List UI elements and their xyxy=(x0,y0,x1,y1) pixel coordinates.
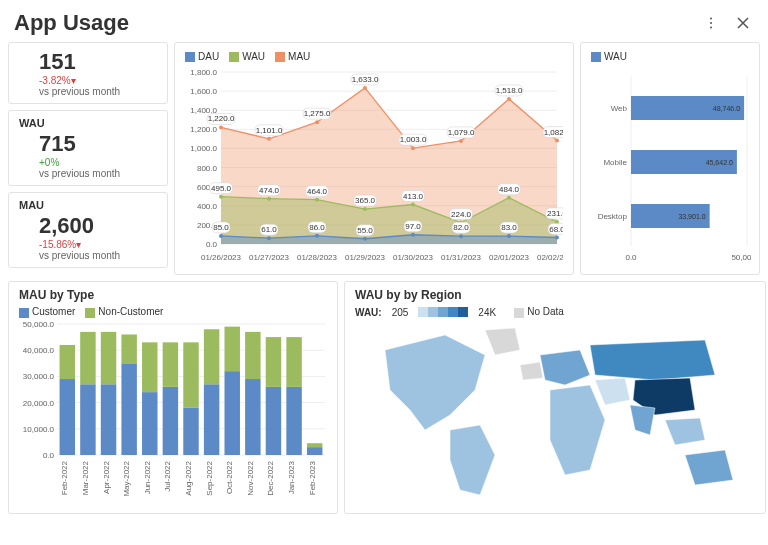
map-na xyxy=(385,335,485,430)
kpi-column: 151 -3.82%▾ vs previous month WAU 715 +0… xyxy=(8,42,168,275)
svg-text:1,518.0: 1,518.0 xyxy=(496,86,523,95)
svg-point-31 xyxy=(219,126,223,130)
svg-rect-165 xyxy=(307,443,322,447)
svg-text:Dec-2022: Dec-2022 xyxy=(266,460,275,495)
svg-text:86.0: 86.0 xyxy=(309,223,325,232)
svg-text:413.0: 413.0 xyxy=(403,192,424,201)
svg-point-0 xyxy=(710,18,712,20)
svg-text:1,000.0: 1,000.0 xyxy=(190,145,217,154)
svg-text:02/01/2023: 02/01/2023 xyxy=(489,253,530,262)
svg-text:55.0: 55.0 xyxy=(357,226,373,235)
svg-text:61.0: 61.0 xyxy=(261,226,277,235)
close-icon[interactable] xyxy=(732,12,754,34)
svg-point-100 xyxy=(555,236,559,240)
region-card: WAU by by Region WAU: 205 24K No Data xyxy=(344,281,766,513)
svg-text:01/29/2023: 01/29/2023 xyxy=(345,253,386,262)
svg-text:495.0: 495.0 xyxy=(211,184,232,193)
map-sea xyxy=(665,418,705,445)
mau-type-title: MAU by Type xyxy=(19,288,327,302)
map-in xyxy=(630,405,655,435)
svg-text:01/31/2023: 01/31/2023 xyxy=(441,253,482,262)
svg-point-40 xyxy=(363,86,367,90)
kpi-sub: vs previous month xyxy=(39,168,157,179)
svg-text:1,600.0: 1,600.0 xyxy=(190,87,217,96)
svg-rect-158 xyxy=(266,387,281,455)
svg-rect-146 xyxy=(183,408,198,455)
svg-rect-155 xyxy=(245,379,260,455)
kpi-change: -3.82%▾ xyxy=(39,75,157,86)
map-greenland xyxy=(485,328,520,355)
svg-rect-144 xyxy=(163,342,178,387)
svg-rect-161 xyxy=(286,387,301,455)
svg-rect-132 xyxy=(80,332,95,384)
svg-rect-147 xyxy=(183,342,198,408)
wau-platform-svg: 0.050,000.0Web48,746.0Mobile45,642.0Desk… xyxy=(591,66,751,266)
svg-rect-137 xyxy=(121,363,136,455)
svg-text:Mar-2022: Mar-2022 xyxy=(81,460,90,495)
svg-point-82 xyxy=(267,237,271,241)
svg-rect-131 xyxy=(80,384,95,455)
svg-text:0.0: 0.0 xyxy=(43,451,55,460)
svg-point-34 xyxy=(267,137,271,141)
svg-point-88 xyxy=(363,237,367,241)
kpi-value: 2,600 xyxy=(39,213,157,239)
map-au xyxy=(685,450,733,485)
svg-text:0.0: 0.0 xyxy=(625,253,637,262)
svg-text:33,901.0: 33,901.0 xyxy=(678,213,705,220)
svg-point-1 xyxy=(710,22,712,24)
region-legend: WAU: 205 24K No Data xyxy=(355,306,755,317)
svg-text:50,000.0: 50,000.0 xyxy=(23,320,55,329)
svg-text:85.0: 85.0 xyxy=(213,223,229,232)
svg-text:1,200.0: 1,200.0 xyxy=(190,126,217,135)
svg-text:Sep-2022: Sep-2022 xyxy=(205,460,214,495)
svg-rect-149 xyxy=(204,384,219,455)
map-eu xyxy=(540,350,590,385)
svg-rect-141 xyxy=(142,342,157,392)
svg-rect-152 xyxy=(225,371,240,455)
map-ru xyxy=(590,340,715,380)
svg-point-64 xyxy=(363,207,367,211)
kpi-label: MAU xyxy=(19,199,157,211)
svg-point-73 xyxy=(507,196,511,200)
svg-text:231.0: 231.0 xyxy=(547,209,563,218)
svg-point-91 xyxy=(411,233,415,237)
area-chart-card: DAU WAU MAU 0.0200.0400.0600.0800.01,000… xyxy=(174,42,574,275)
svg-text:224.0: 224.0 xyxy=(451,210,472,219)
svg-point-55 xyxy=(219,195,223,199)
bar-legend: WAU xyxy=(591,49,749,66)
svg-text:Feb-2022: Feb-2022 xyxy=(60,460,69,495)
svg-text:Nov-2022: Nov-2022 xyxy=(246,460,255,495)
kpi-value: 151 xyxy=(39,49,157,75)
kpi-value: 715 xyxy=(39,131,157,157)
map-nodata1 xyxy=(520,362,543,380)
svg-text:Web: Web xyxy=(611,104,628,113)
svg-text:10,000.0: 10,000.0 xyxy=(23,425,55,434)
svg-point-43 xyxy=(411,147,415,151)
svg-rect-129 xyxy=(60,345,75,379)
svg-text:20,000.0: 20,000.0 xyxy=(23,398,55,407)
kpi-sub: vs previous month xyxy=(39,250,157,261)
svg-text:0.0: 0.0 xyxy=(206,240,218,249)
legend-customer: Customer xyxy=(32,306,75,317)
svg-text:01/28/2023: 01/28/2023 xyxy=(297,253,338,262)
svg-text:Mobile: Mobile xyxy=(603,158,627,167)
svg-point-85 xyxy=(315,234,319,238)
map-sa xyxy=(450,425,495,495)
legend-noncustomer: Non-Customer xyxy=(98,306,163,317)
svg-text:50,000.0: 50,000.0 xyxy=(731,253,751,262)
legend-wau2: WAU xyxy=(604,51,627,62)
more-icon[interactable] xyxy=(700,12,722,34)
wau-platform-card: WAU 0.050,000.0Web48,746.0Mobile45,642.0… xyxy=(580,42,760,275)
world-map-svg xyxy=(355,320,755,505)
svg-point-67 xyxy=(411,203,415,207)
svg-text:1,082.0: 1,082.0 xyxy=(544,128,563,137)
svg-text:1,220.0: 1,220.0 xyxy=(208,115,235,124)
svg-text:Desktop: Desktop xyxy=(598,212,628,221)
svg-text:83.0: 83.0 xyxy=(501,223,517,232)
svg-point-46 xyxy=(459,139,463,143)
svg-rect-153 xyxy=(225,326,240,371)
svg-rect-140 xyxy=(142,392,157,455)
svg-text:97.0: 97.0 xyxy=(405,222,421,231)
svg-point-94 xyxy=(459,235,463,239)
svg-text:01/27/2023: 01/27/2023 xyxy=(249,253,290,262)
